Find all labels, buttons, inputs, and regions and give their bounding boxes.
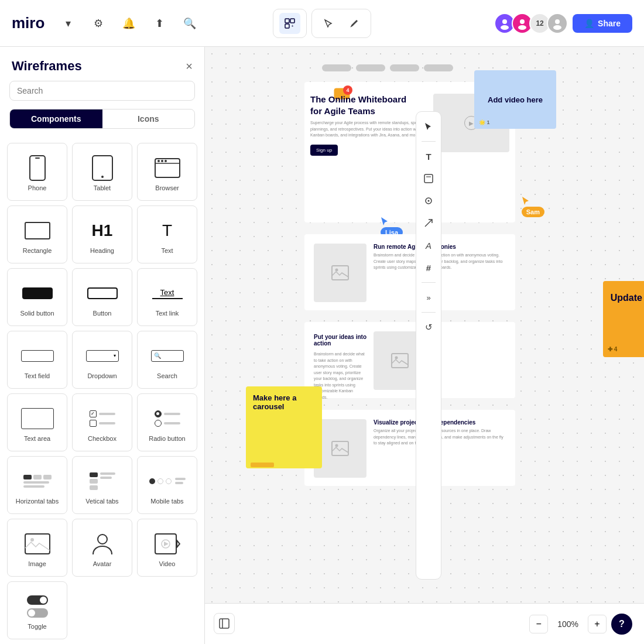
component-solid-button-label: Solid button: [20, 310, 54, 317]
sidebar-title: Wireframes: [12, 59, 82, 74]
chevron-down-icon: ▾: [66, 17, 71, 30]
component-avatar[interactable]: Avatar: [72, 519, 132, 577]
component-avatar-label: Avatar: [93, 560, 112, 567]
top-pill-2: [356, 64, 385, 71]
svg-rect-2: [285, 24, 289, 28]
help-button[interactable]: ?: [611, 614, 632, 635]
component-image[interactable]: Image: [7, 519, 67, 577]
svg-point-38: [335, 444, 338, 447]
svg-rect-19: [25, 222, 50, 239]
lisa-cursor-arrow: [381, 217, 389, 226]
sticky-orange-note[interactable]: Update section ✚ 4: [603, 281, 644, 357]
svg-point-9: [553, 25, 561, 30]
avatar-3: [547, 13, 568, 34]
toolbar-divider-3: [422, 312, 436, 313]
svg-point-21: [30, 538, 34, 542]
top-pill-1: [322, 64, 351, 71]
component-rectangle[interactable]: Rectangle: [7, 205, 67, 263]
component-text-field-label: Text field: [25, 372, 50, 379]
component-tablet[interactable]: Tablet: [72, 143, 132, 201]
cursor-tool[interactable]: [419, 117, 439, 136]
component-dropdown[interactable]: ▾ Dropdown: [72, 331, 132, 389]
toolbar-divider-2: [422, 282, 436, 283]
shapes-button[interactable]: +: [279, 13, 300, 34]
component-text[interactable]: T Text: [137, 205, 197, 263]
share-icon: 👤: [584, 19, 594, 28]
pen-tool-button[interactable]: [344, 13, 365, 34]
frame-tool[interactable]: #: [419, 258, 439, 278]
zoom-level-display: 100%: [553, 619, 583, 629]
svg-point-6: [520, 19, 525, 24]
component-dropdown-label: Dropdown: [87, 372, 117, 379]
component-radio-button-label: Radio button: [149, 435, 185, 442]
text-tool[interactable]: T: [419, 146, 439, 166]
top-bar-pills: [322, 64, 453, 71]
component-toggle[interactable]: Toggle: [7, 581, 67, 639]
svg-point-5: [501, 25, 509, 30]
zoom-out-button[interactable]: −: [529, 615, 548, 633]
signup-button[interactable]: Sign up: [310, 145, 338, 156]
sticky-blue-text: Add video here: [488, 95, 543, 104]
chevron-down-button[interactable]: ▾: [56, 12, 80, 35]
hero-text: The Online Whiteboard for Agile Teams Su…: [310, 94, 422, 156]
component-toggle-label: Toggle: [28, 623, 46, 630]
component-search-label: Search: [157, 372, 177, 379]
search-input[interactable]: [9, 81, 195, 101]
share-button[interactable]: 👤 Share: [573, 14, 632, 33]
cursor-tool-button[interactable]: [318, 13, 339, 34]
settings-button[interactable]: ⚙: [87, 12, 110, 35]
component-radio-button[interactable]: Radio button: [137, 393, 197, 451]
component-heading[interactable]: H1 Heading: [72, 205, 132, 263]
svg-rect-0: [285, 19, 289, 23]
component-browser[interactable]: Browser: [137, 143, 197, 201]
component-video[interactable]: Video: [137, 519, 197, 577]
link-tool[interactable]: [419, 191, 439, 211]
more-tools-button[interactable]: »: [419, 287, 439, 307]
note-tool[interactable]: [419, 169, 439, 189]
tab-components[interactable]: Components: [10, 109, 102, 128]
shapes-tool-group: +: [273, 9, 307, 38]
notifications-button[interactable]: 🔔: [117, 12, 141, 35]
component-phone[interactable]: Phone: [7, 143, 67, 201]
component-text-link[interactable]: Text Text link: [137, 268, 197, 326]
upload-button[interactable]: ⬆: [148, 12, 171, 35]
toggle-icon: [27, 594, 48, 619]
sticky-blue-note[interactable]: Add video here 🌟 1: [474, 70, 556, 129]
component-text-area-label: Text area: [24, 435, 50, 442]
image-icon: [25, 531, 50, 557]
svg-line-31: [425, 220, 432, 227]
undo-button[interactable]: ↺: [419, 317, 439, 337]
search-button[interactable]: 🔍: [178, 12, 201, 35]
svg-point-17: [161, 160, 163, 162]
search-field-icon: 🔍: [151, 343, 184, 369]
right-tools: 12 👤 Share: [494, 13, 632, 34]
svg-rect-27: [424, 174, 433, 183]
component-rectangle-label: Rectangle: [23, 247, 52, 254]
pen-tool[interactable]: A: [419, 235, 439, 255]
component-heading-label: Heading: [90, 247, 114, 254]
component-vertical-tabs[interactable]: Vetical tabs: [72, 456, 132, 514]
close-sidebar-button[interactable]: ×: [186, 60, 193, 73]
phone-icon: [29, 155, 46, 181]
svg-rect-10: [30, 156, 45, 180]
component-button-label: Button: [93, 310, 112, 317]
radio-button-icon: [155, 406, 180, 431]
component-text-field[interactable]: Text field: [7, 331, 67, 389]
sticky-yellow-note[interactable]: Make here a carousel: [246, 386, 322, 468]
component-button[interactable]: Button: [72, 268, 132, 326]
section-2-title: Put your ideas into action: [314, 334, 366, 347]
component-search[interactable]: 🔍 Search: [137, 331, 197, 389]
component-horizontal-tabs[interactable]: Horizontal tabs: [7, 456, 67, 514]
arrow-tool[interactable]: [419, 213, 439, 233]
wf-section-3: Visualize projects and dependencies Orga…: [304, 410, 515, 486]
tab-icons[interactable]: Icons: [102, 109, 195, 128]
component-text-area[interactable]: Text area: [7, 393, 67, 451]
sidebar-toggle-button[interactable]: [214, 613, 235, 634]
top-pill-4: [424, 64, 453, 71]
zoom-in-button[interactable]: +: [588, 615, 607, 633]
component-solid-button[interactable]: Solid button: [7, 268, 67, 326]
component-checkbox[interactable]: ✓ Checkbox: [72, 393, 132, 451]
component-mobile-tabs[interactable]: Mobile tabs: [137, 456, 197, 514]
heading-icon: H1: [92, 218, 113, 244]
component-text-link-label: Text link: [156, 310, 179, 317]
